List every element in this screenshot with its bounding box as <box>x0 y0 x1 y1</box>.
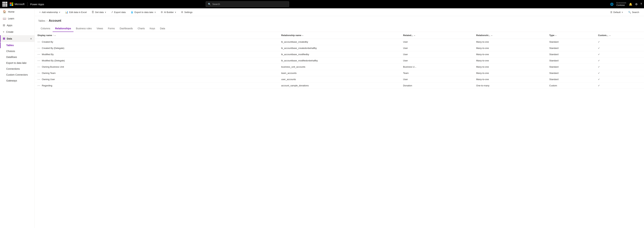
row-menu-7[interactable]: ··· <box>38 84 40 87</box>
custom-check-icon: ✓ <box>598 53 600 56</box>
tab-forms[interactable]: Forms <box>106 25 117 32</box>
cell-related-2: User <box>400 51 474 58</box>
sidebar-item-learn[interactable]: 📖 Learn <box>0 15 34 22</box>
edit-excel-button[interactable]: 📊 Edit data in Excel <box>64 10 88 14</box>
microsoft-logo-group: Microsoft <box>10 2 24 6</box>
cell-reltype-2: Many-to-one <box>474 51 546 58</box>
default-label: Default <box>614 11 620 13</box>
sidebar-item-create[interactable]: + Create <box>0 29 34 35</box>
globe-icon[interactable]: 🌐 <box>610 2 614 6</box>
breadcrumb-tables-link[interactable]: Tables <box>38 19 45 22</box>
tab-charts[interactable]: Charts <box>135 25 147 32</box>
sidebar-sub-dataflows[interactable]: Dataflows <box>0 54 34 60</box>
table-search-button[interactable]: 🔍 Search <box>626 10 641 14</box>
cell-related-5: Team <box>400 70 474 76</box>
create-icon: + <box>3 30 4 33</box>
sidebar-item-data[interactable]: ⊞ Data ∧ <box>0 35 34 42</box>
cell-type-7: Custom <box>546 83 595 89</box>
search-input[interactable] <box>212 3 287 5</box>
waffle-menu[interactable] <box>2 1 8 7</box>
tab-dashboards[interactable]: Dashboards <box>117 25 135 32</box>
settings-label: Settings <box>184 11 192 13</box>
col-header-related[interactable]: Related... ⌄ <box>400 32 474 39</box>
cell-related-4: Business U... <box>400 64 474 70</box>
row-menu-0[interactable]: ··· <box>38 41 40 43</box>
sidebar-sub-custom-connectors[interactable]: Custom Connectors <box>0 72 34 78</box>
settings-icon[interactable]: ⚙ <box>635 2 638 6</box>
cell-display-2: ··· Modified By <box>35 51 278 58</box>
settings-gear-icon: ⚙ <box>181 11 183 13</box>
get-data-button[interactable]: 🗄 Get data ∨ <box>90 10 108 14</box>
col-header-display[interactable]: Display name ↑ ⌄ <box>35 32 278 39</box>
search-icon: 🔍 <box>208 3 211 5</box>
tables-label: Tables <box>6 44 14 47</box>
default-view-button[interactable]: ☰ Default ∨ <box>608 10 625 14</box>
tab-data[interactable]: Data <box>158 25 168 32</box>
sidebar-sub-gateways[interactable]: Gateways <box>0 78 34 84</box>
export-data-button[interactable]: ↗ Export data <box>109 10 128 14</box>
tab-views[interactable]: Views <box>94 25 106 32</box>
sidebar-sub-tables[interactable]: Tables <box>0 42 34 48</box>
microsoft-brand: Microsoft <box>14 3 24 5</box>
ai-icon: ⚙ <box>161 11 163 13</box>
getdata-chevron-icon: ∨ <box>105 11 106 13</box>
notification-icon[interactable]: 🔔 <box>629 2 632 6</box>
ai-builder-label: AI Builder <box>164 11 174 13</box>
export-lake-button[interactable]: 💧 Export to data lake ∨ <box>129 10 158 14</box>
cell-relname-5: team_accounts <box>278 70 400 76</box>
dataflows-label: Dataflows <box>6 56 17 58</box>
row-menu-6[interactable]: ··· <box>38 78 40 81</box>
display-sort-icon[interactable]: ↑ ⌄ <box>53 34 56 36</box>
type-sort-icon[interactable]: ⌄ <box>555 34 556 36</box>
row-menu-1[interactable]: ··· <box>38 47 40 49</box>
add-icon: + <box>39 11 41 13</box>
col-header-reltype[interactable]: Relationshi... ⌄ <box>474 32 546 39</box>
add-relationship-label: Add relationship <box>42 11 58 13</box>
tab-business-rules[interactable]: Business rules <box>74 25 94 32</box>
add-relationship-button[interactable]: + Add relationship ∨ <box>38 10 62 14</box>
sidebar-sub-choices[interactable]: Choices <box>0 48 34 54</box>
custom-sort-icon[interactable]: ⌄ <box>609 34 611 36</box>
row-menu-2[interactable]: ··· <box>38 53 40 56</box>
relname-sort-icon[interactable]: ⌄ <box>302 34 304 36</box>
tab-keys[interactable]: Keys <box>147 25 158 32</box>
ai-builder-button[interactable]: ⚙ AI Builder ∨ <box>159 10 178 14</box>
cell-custom-1: ✓ <box>595 45 644 51</box>
custom-connectors-label: Custom Connectors <box>6 73 28 76</box>
custom-check-icon: ✓ <box>598 47 600 49</box>
topbar-right: 🌐 Environment Contoso 🔔 ⚙ ? <box>610 2 642 6</box>
table-row: ··· Owning Business Unit business_unit_a… <box>35 64 644 70</box>
related-sort-icon[interactable]: ⌄ <box>414 34 416 36</box>
tab-columns[interactable]: Columns <box>38 25 53 32</box>
lake-icon: 💧 <box>130 11 134 13</box>
row-menu-4[interactable]: ··· <box>38 66 40 68</box>
sidebar-sub-export-lake[interactable]: Export to data lake <box>0 60 34 66</box>
sidebar-sub-connections[interactable]: Connections <box>0 66 34 72</box>
get-data-label: Get data <box>95 11 104 13</box>
table-header-row: Display name ↑ ⌄ Relationship name ⌄ <box>35 32 644 39</box>
breadcrumb-separator: › <box>46 20 47 22</box>
reltype-sort-icon[interactable]: ⌄ <box>491 34 492 36</box>
environment-display[interactable]: Environment Contoso <box>616 2 626 6</box>
tab-relationships[interactable]: Relationships <box>53 25 74 32</box>
sidebar-label-data: Data <box>7 37 12 40</box>
topbar: Microsoft Power Apps 🔍 🌐 Environment Con… <box>0 0 644 8</box>
help-icon[interactable]: ? <box>640 2 642 6</box>
sidebar-item-apps[interactable]: ⊞ Apps <box>0 22 34 29</box>
waffle-icon <box>2 2 7 6</box>
sidebar-item-home[interactable]: 🏠 Home <box>0 8 34 15</box>
cell-display-4: ··· Owning Business Unit <box>35 64 278 70</box>
row-menu-3[interactable]: ··· <box>38 59 40 62</box>
cell-relname-7: account_sample_donations <box>278 83 400 89</box>
cell-type-6: Standard <box>546 76 595 83</box>
cell-display-1: ··· Created By (Delegate) <box>35 45 278 51</box>
excel-icon: 📊 <box>65 11 68 13</box>
col-header-custom[interactable]: Custom... ⌄ <box>595 32 644 39</box>
col-header-relname[interactable]: Relationship name ⌄ <box>278 32 400 39</box>
settings-button[interactable]: ⚙ Settings <box>179 10 194 14</box>
table-row: ··· Owning User user_accounts User Many-… <box>35 76 644 83</box>
col-header-type[interactable]: Type ⌄ <box>546 32 595 39</box>
row-menu-5[interactable]: ··· <box>38 72 40 74</box>
lake-chevron-icon: ∨ <box>154 11 156 13</box>
search-box[interactable]: 🔍 <box>206 1 289 7</box>
